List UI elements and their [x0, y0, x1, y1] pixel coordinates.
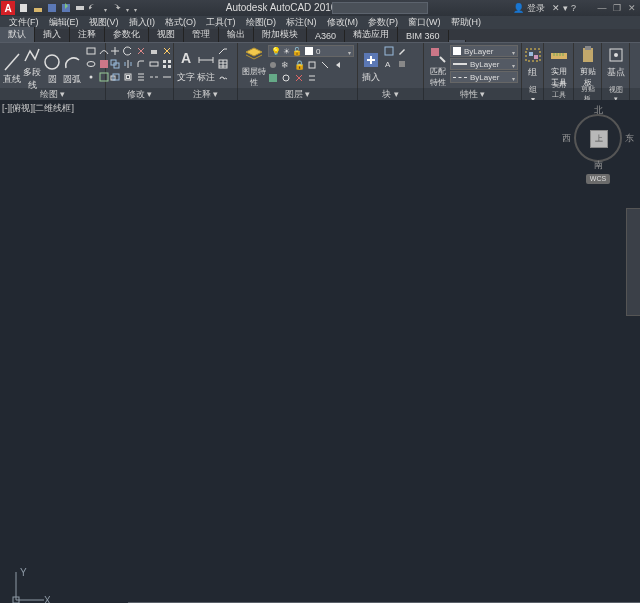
tab-parametric[interactable]: 参数化 — [105, 27, 149, 42]
view-cube[interactable]: 上 北 南 东 西 — [568, 108, 628, 168]
layer-merge-icon[interactable] — [307, 73, 319, 85]
mirror-icon[interactable] — [122, 58, 134, 70]
block-ref-icon[interactable] — [396, 58, 408, 70]
table-icon[interactable] — [217, 58, 229, 70]
arc-button[interactable]: 圆弧 — [63, 45, 81, 92]
fillet-icon[interactable] — [135, 58, 147, 70]
menu-help[interactable]: 帮助(H) — [446, 16, 487, 29]
redo-icon[interactable] — [111, 3, 121, 13]
close-button[interactable]: ✕ — [626, 3, 638, 13]
search-input[interactable] — [332, 2, 428, 14]
ptitle-layer[interactable]: 图层 ▾ — [238, 88, 358, 101]
undo-icon[interactable] — [89, 3, 99, 13]
layer-lock-icon[interactable]: 🔒 — [294, 60, 306, 72]
lineweight-selector[interactable]: ByLayer▾ — [450, 58, 518, 70]
login-button[interactable]: 登录 — [527, 2, 545, 15]
svg-rect-20 — [113, 74, 119, 80]
dim-button[interactable]: 标注 — [197, 45, 215, 88]
menu-window[interactable]: 窗口(W) — [403, 16, 446, 29]
explode-icon[interactable] — [161, 45, 173, 57]
layer-props-button[interactable]: 图层特性 — [241, 45, 266, 88]
layer-delete-icon[interactable] — [294, 73, 306, 85]
stretch-icon[interactable] — [148, 58, 160, 70]
offset-icon[interactable] — [122, 71, 134, 83]
view-cube-face[interactable]: 上 — [590, 130, 608, 148]
user-icon[interactable]: 👤 — [513, 3, 524, 13]
paste-button[interactable]: 剪贴板 — [577, 45, 598, 88]
tab-extra[interactable] — [449, 40, 466, 42]
color-selector[interactable]: ByLayer▾ — [450, 45, 518, 57]
cloud-icon[interactable] — [217, 71, 229, 83]
scale-icon[interactable] — [109, 71, 121, 83]
navigation-bar[interactable] — [626, 208, 640, 316]
measure-button[interactable]: 实用工具 — [547, 45, 570, 88]
tab-annotate[interactable]: 注释 — [70, 27, 105, 42]
attrib-icon[interactable]: A — [383, 58, 395, 70]
maximize-button[interactable]: ❐ — [611, 3, 623, 13]
ptitle-block[interactable]: 块 ▾ — [358, 88, 424, 101]
move-icon[interactable] — [109, 45, 121, 57]
tab-manage[interactable]: 管理 — [184, 27, 219, 42]
layer-freeze-icon[interactable]: ❄ — [281, 60, 293, 72]
leader-icon[interactable] — [217, 45, 229, 57]
break-icon[interactable] — [148, 71, 160, 83]
saveas-icon[interactable] — [61, 3, 71, 13]
layer-state-icon[interactable] — [268, 73, 280, 85]
tab-output[interactable]: 输出 — [219, 27, 254, 42]
text-button[interactable]: A 文字 — [177, 45, 195, 88]
help-dropdown-icon[interactable]: ▾ — [563, 3, 568, 13]
plot-icon[interactable] — [75, 3, 85, 13]
open-icon[interactable] — [33, 3, 43, 13]
linetype-selector[interactable]: ByLayer▾ — [450, 71, 518, 83]
svg-rect-31 — [399, 61, 405, 67]
create-block-icon[interactable] — [383, 45, 395, 57]
rectangle-icon[interactable] — [85, 45, 97, 57]
layer-walk-icon[interactable] — [281, 73, 293, 85]
insert-button[interactable]: 插入 — [361, 45, 381, 88]
exchange-icon[interactable]: ✕ — [552, 3, 560, 13]
new-icon[interactable] — [19, 3, 29, 13]
layer-match-icon[interactable] — [320, 60, 332, 72]
tab-addons[interactable]: 附加模块 — [254, 27, 307, 42]
rotate-icon[interactable] — [122, 45, 134, 57]
layer-selector[interactable]: 💡 ☀ 🔓 0 ▾ — [268, 45, 354, 57]
point-icon[interactable] — [85, 71, 97, 83]
undo-dropdown-icon[interactable]: ▾ — [104, 6, 107, 13]
layer-prev-icon[interactable] — [333, 60, 345, 72]
circle-button[interactable]: 圆 — [43, 45, 61, 92]
line-button[interactable]: 直线 — [3, 45, 21, 92]
svg-point-7 — [87, 62, 95, 67]
minimize-button[interactable]: — — [596, 3, 608, 13]
polyline-button[interactable]: 多段线 — [23, 45, 41, 92]
basepoint-button[interactable]: 基点 — [605, 45, 626, 79]
viewport-label[interactable]: [-][俯视][二维线框] — [2, 102, 74, 115]
app-logo[interactable]: A — [1, 1, 15, 15]
layer-iso-icon[interactable] — [307, 60, 319, 72]
copy-icon[interactable] — [109, 58, 121, 70]
tab-default[interactable]: 默认 — [0, 27, 35, 42]
tab-featured[interactable]: 精选应用 — [345, 27, 398, 42]
viewport[interactable]: [-][俯视][二维线框] 上 北 南 东 西 WCS Y X × ⚙ ▸ 指定… — [0, 100, 640, 603]
tab-bim360[interactable]: BIM 360 — [398, 30, 449, 42]
tab-view[interactable]: 视图 — [149, 27, 184, 42]
panel-annotate: A 文字 标注 — [174, 43, 238, 88]
help-icon[interactable]: ? — [571, 3, 576, 13]
trim-icon[interactable] — [135, 45, 147, 57]
edit-block-icon[interactable] — [396, 45, 408, 57]
erase-icon[interactable] — [148, 45, 160, 57]
layer-off-icon[interactable] — [268, 60, 280, 72]
tab-a360[interactable]: A360 — [307, 30, 345, 42]
ellipse-icon[interactable] — [85, 58, 97, 70]
ptitle-annot[interactable]: 注释 ▾ — [174, 88, 238, 101]
align-icon[interactable] — [135, 71, 147, 83]
redo-dropdown-icon[interactable]: ▾ — [126, 6, 129, 13]
array-icon[interactable] — [161, 58, 173, 70]
wcs-badge[interactable]: WCS — [586, 174, 610, 184]
save-icon[interactable] — [47, 3, 57, 13]
ptitle-props[interactable]: 特性 ▾ — [424, 88, 522, 101]
matchprop-button[interactable]: 匹配特性 — [427, 45, 448, 88]
join-icon[interactable] — [161, 71, 173, 83]
qat-customize-icon[interactable]: ▾ — [134, 6, 137, 13]
group-button[interactable]: 组 — [525, 45, 540, 79]
tab-insert[interactable]: 插入 — [35, 27, 70, 42]
